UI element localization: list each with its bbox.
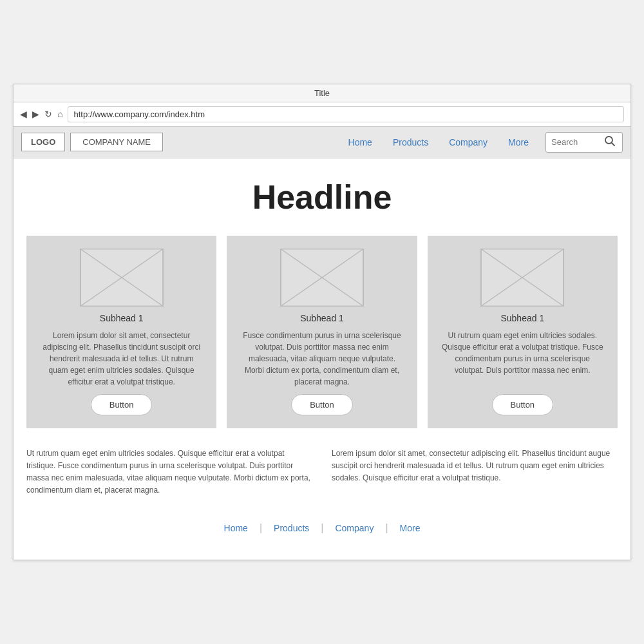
nav-link-products[interactable]: Products bbox=[384, 133, 437, 151]
url-input[interactable] bbox=[68, 106, 624, 122]
browser-nav-icons: ◀ ▶ ↻ ⌂ bbox=[20, 109, 62, 119]
card-2-text: Fusce condimentum purus in urna sceleris… bbox=[240, 330, 404, 388]
title-bar: Title bbox=[14, 84, 630, 102]
nav-links: Home Products Company More bbox=[339, 132, 623, 153]
forward-icon[interactable]: ▶ bbox=[32, 109, 39, 119]
logo-area: LOGO COMPANY NAME bbox=[21, 133, 163, 151]
card-3-button[interactable]: Button bbox=[492, 394, 554, 415]
footer-nav: Home | Products | Company | More bbox=[26, 516, 618, 534]
card-3: Subhead 1 Ut rutrum quam eget enim ultri… bbox=[428, 236, 618, 428]
footer-link-products[interactable]: Products bbox=[262, 523, 321, 533]
card-3-text: Ut rutrum quam eget enim ultricies sodal… bbox=[440, 330, 605, 376]
nav-bar: LOGO COMPANY NAME Home Products Company … bbox=[14, 127, 630, 158]
card-1: Subhead 1 Lorem ipsum dolor sit amet, co… bbox=[26, 236, 216, 428]
card-1-text: Lorem ipsum dolor sit amet, consectetur … bbox=[39, 330, 204, 388]
browser-window: Title ◀ ▶ ↻ ⌂ LOGO COMPANY NAME Home Pro… bbox=[13, 84, 631, 561]
footer-link-company[interactable]: Company bbox=[323, 523, 385, 533]
text-columns: Ut rutrum quam eget enim ultricies sodal… bbox=[26, 448, 618, 497]
card-3-subhead: Subhead 1 bbox=[500, 313, 544, 323]
home-icon[interactable]: ⌂ bbox=[57, 109, 62, 119]
card-1-button[interactable]: Button bbox=[91, 394, 153, 415]
page-title: Title bbox=[314, 88, 330, 98]
logo-box: LOGO bbox=[21, 133, 65, 151]
nav-link-more[interactable]: More bbox=[499, 133, 538, 151]
search-box bbox=[545, 132, 623, 153]
card-2-subhead: Subhead 1 bbox=[300, 313, 344, 323]
card-2-button[interactable]: Button bbox=[291, 394, 353, 415]
main-headline: Headline bbox=[26, 178, 618, 216]
card-2: Subhead 1 Fusce condimentum purus in urn… bbox=[227, 236, 417, 428]
cards-row: Subhead 1 Lorem ipsum dolor sit amet, co… bbox=[26, 236, 618, 428]
refresh-icon[interactable]: ↻ bbox=[44, 109, 52, 119]
back-icon[interactable]: ◀ bbox=[20, 109, 27, 119]
nav-link-company[interactable]: Company bbox=[440, 133, 497, 151]
search-input[interactable] bbox=[551, 137, 603, 147]
svg-line-1 bbox=[612, 142, 615, 146]
card-1-image bbox=[80, 249, 164, 307]
address-bar: ◀ ▶ ↻ ⌂ bbox=[14, 102, 630, 127]
card-1-subhead: Subhead 1 bbox=[100, 313, 144, 323]
company-name: COMPANY NAME bbox=[70, 133, 163, 151]
footer-link-more[interactable]: More bbox=[388, 523, 432, 533]
nav-link-home[interactable]: Home bbox=[339, 133, 381, 151]
card-3-image bbox=[480, 249, 564, 307]
main-content: Headline Subhead 1 Lorem ipsum dolor sit… bbox=[14, 158, 630, 560]
text-col-2: Lorem ipsum dolor sit amet, consectetur … bbox=[332, 448, 618, 497]
card-2-image bbox=[280, 249, 364, 307]
text-col-1: Ut rutrum quam eget enim ultricies sodal… bbox=[26, 448, 312, 497]
search-button[interactable] bbox=[603, 135, 617, 149]
footer-link-home[interactable]: Home bbox=[213, 523, 260, 533]
